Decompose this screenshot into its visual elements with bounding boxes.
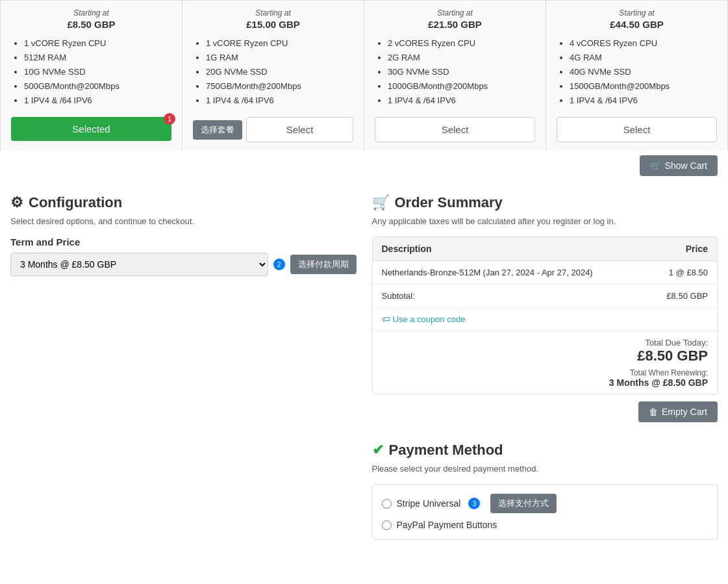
coupon-section: 🏷 Use a coupon code (373, 308, 718, 331)
feature-item: 10G NVMe SSD (24, 65, 171, 79)
cart-icon: 🛒 (650, 160, 661, 171)
paypal-label: PayPal Payment Buttons (397, 520, 497, 530)
term-chinese-button[interactable]: 选择付款周期 (290, 255, 357, 274)
configuration-title: ⚙ Configuration (10, 194, 357, 211)
order-table: Description Price Netherlands-Bronze-512… (373, 237, 718, 308)
col-description: Description (373, 237, 646, 261)
payment-box: Stripe Universal 3 选择支付方式 PayPal Payment… (372, 484, 718, 540)
selected-badge-0: 1 (164, 113, 175, 125)
starting-at-1: Starting at (193, 8, 353, 18)
chinese-btn-1[interactable]: 选择套餐 (193, 120, 242, 140)
plan-features-1: 1 vCORE Ryzen CPU1G RAM20G NVMe SSD750GB… (193, 36, 353, 108)
feature-item: 1 IPV4 & /64 IPV6 (570, 94, 717, 108)
term-label: Term and Price (10, 236, 357, 248)
feature-item: 20G NVMe SSD (206, 65, 353, 79)
plan-features-3: 4 vCORES Ryzen CPU4G RAM40G NVMe SSD1500… (557, 36, 717, 108)
select-button-1[interactable]: Select (246, 117, 353, 142)
item-price-cell: 1 @ £8.50 (646, 261, 717, 285)
term-select[interactable]: 3 Months @ £8.50 GBP1 Month @ £3.50 GBP6… (10, 253, 268, 276)
plan-card-bronze-1g: Starting at £15.00 GBP 1 vCORE Ryzen CPU… (182, 1, 364, 150)
plan-card-gold-4g: Starting at £44.50 GBP 4 vCORES Ryzen CP… (546, 1, 728, 150)
payment-title: ✔ Payment Method (372, 442, 718, 459)
order-summary-panel: 🛒 Order Summary Any applicable taxes wil… (372, 194, 718, 540)
feature-item: 2G RAM (388, 51, 535, 65)
gear-icon: ⚙ (10, 194, 23, 211)
payment-section: ✔ Payment Method Please select your desi… (372, 442, 718, 540)
item-description: Netherlands-Bronze-512M (Jan 27, 2024 - … (373, 261, 646, 285)
paypal-option: PayPal Payment Buttons (382, 520, 709, 530)
show-cart-bar: 🛒 Show Cart (0, 150, 728, 181)
feature-item: 4 vCORES Ryzen CPU (570, 36, 717, 51)
selected-button-0[interactable]: Selected (11, 117, 171, 141)
feature-item: 1 IPV4 & /64 IPV6 (206, 94, 353, 108)
feature-item: 1000GB/Month@200Mbps (388, 79, 535, 94)
configuration-panel: ⚙ Configuration Select desired options, … (10, 194, 357, 540)
stripe-label: Stripe Universal (397, 498, 461, 509)
empty-cart-button[interactable]: 🗑 Empty Cart (638, 401, 718, 422)
check-icon: ✔ (372, 442, 384, 459)
order-summary-title: 🛒 Order Summary (372, 194, 718, 211)
plan-features-2: 2 vCORES Ryzen CPU2G RAM30G NVMe SSD1000… (375, 36, 535, 108)
plan-features-0: 1 vCORE Ryzen CPU512M RAM10G NVMe SSD500… (11, 36, 171, 108)
plan-price-1: £15.00 GBP (193, 19, 353, 30)
feature-item: 500GB/Month@200Mbps (24, 79, 171, 94)
feature-item: 30G NVMe SSD (388, 65, 535, 79)
select-button-2[interactable]: Select (375, 117, 535, 142)
term-badge: 2 (273, 259, 285, 270)
starting-at-3: Starting at (557, 8, 717, 18)
plan-card-silver-2g: Starting at £21.50 GBP 2 vCORES Ryzen CP… (364, 1, 546, 150)
subtotal-value: £8.50 GBP (646, 285, 717, 308)
order-summary-subtitle: Any applicable taxes will be calculated … (372, 216, 718, 226)
starting-at-0: Starting at (11, 8, 171, 18)
plan-price-3: £44.50 GBP (557, 19, 717, 30)
paypal-radio[interactable] (382, 520, 392, 530)
feature-item: 512M RAM (24, 51, 171, 65)
feature-item: 2 vCORES Ryzen CPU (388, 36, 535, 51)
select-button-3[interactable]: Select (557, 117, 717, 142)
trash-icon: 🗑 (649, 407, 658, 417)
stripe-radio[interactable] (382, 499, 392, 509)
feature-item: 750GB/Month@200Mbps (206, 79, 353, 94)
renewing-label: Total When Renewing: (382, 368, 709, 377)
payment-badge: 3 (468, 498, 480, 509)
plan-price-0: £8.50 GBP (11, 19, 171, 30)
item-qty: 1 @ (669, 268, 684, 277)
subtotal-row: Subtotal: £8.50 GBP (373, 285, 718, 308)
plans-row: Starting at £8.50 GBP 1 vCORE Ryzen CPU5… (0, 0, 728, 150)
stripe-option: Stripe Universal 3 选择支付方式 (382, 494, 709, 513)
totals-section: Total Due Today: £8.50 GBP Total When Re… (373, 331, 718, 394)
payment-subtitle: Please select your desired payment metho… (372, 464, 718, 474)
show-cart-button[interactable]: 🛒 Show Cart (640, 155, 718, 176)
feature-item: 40G NVMe SSD (570, 65, 717, 79)
main-content: ⚙ Configuration Select desired options, … (0, 181, 728, 553)
total-due-label: Total Due Today: (382, 338, 709, 348)
feature-item: 1 vCORE Ryzen CPU (24, 36, 171, 51)
plan-card-bronze-512m: Starting at £8.50 GBP 1 vCORE Ryzen CPU5… (0, 1, 182, 150)
plan-price-2: £21.50 GBP (375, 19, 535, 30)
subtotal-label: Subtotal: (373, 285, 646, 308)
configuration-subtitle: Select desired options, and continue to … (10, 216, 357, 226)
col-price: Price (646, 237, 717, 261)
tag-icon: 🏷 (382, 314, 390, 324)
order-summary-box: Description Price Netherlands-Bronze-512… (372, 236, 718, 395)
renewing-amount: 3 Months @ £8.50 GBP (382, 377, 709, 388)
term-row: 3 Months @ £8.50 GBP1 Month @ £3.50 GBP6… (10, 253, 357, 276)
feature-item: 1G RAM (206, 51, 353, 65)
feature-item: 1 IPV4 & /64 IPV6 (24, 94, 171, 108)
starting-at-2: Starting at (375, 8, 535, 18)
show-cart-label: Show Cart (665, 160, 707, 171)
table-header-row: Description Price (373, 237, 718, 261)
coupon-link[interactable]: 🏷 Use a coupon code (382, 314, 466, 324)
order-item-row: Netherlands-Bronze-512M (Jan 27, 2024 - … (373, 261, 718, 285)
feature-item: 1 IPV4 & /64 IPV6 (388, 94, 535, 108)
feature-item: 4G RAM (570, 51, 717, 65)
right-actions: 🗑 Empty Cart (372, 395, 718, 429)
feature-item: 1 vCORE Ryzen CPU (206, 36, 353, 51)
feature-item: 1500GB/Month@200Mbps (570, 79, 717, 94)
order-cart-icon: 🛒 (372, 194, 390, 211)
item-price: £8.50 (686, 268, 708, 277)
total-due-amount: £8.50 GBP (382, 348, 709, 364)
payment-chinese-button[interactable]: 选择支付方式 (490, 494, 557, 513)
